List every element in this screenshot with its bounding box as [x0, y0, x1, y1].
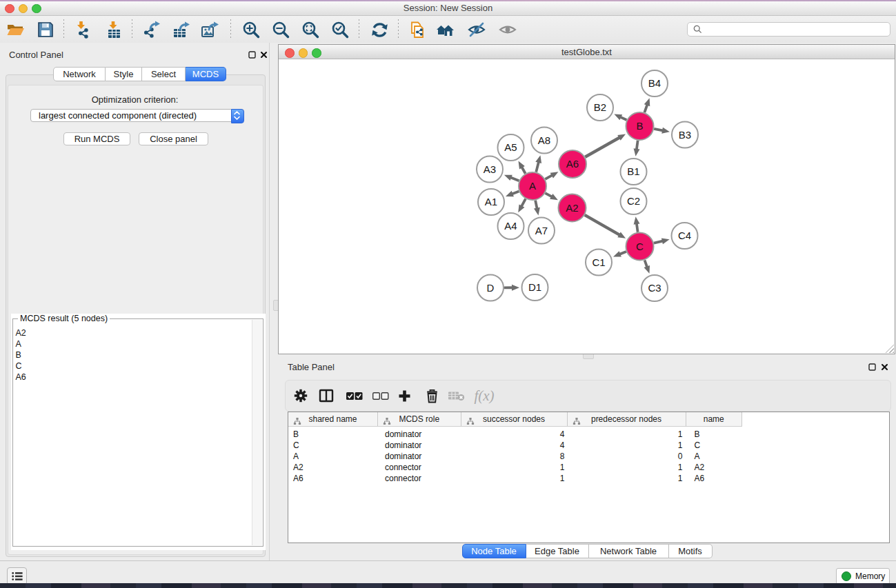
table-cell: B: [686, 429, 743, 440]
zoom-out-button[interactable]: [269, 18, 292, 41]
graph-node-D[interactable]: D: [477, 275, 504, 301]
column-header-shared-name[interactable]: shared name: [288, 412, 378, 426]
table-cell: A2: [686, 462, 743, 473]
zoom-in-button[interactable]: [239, 18, 263, 41]
control-tab-select[interactable]: Select: [142, 67, 186, 81]
toolbar-separator: [230, 19, 231, 40]
export-network-button[interactable]: [139, 18, 163, 41]
graph-node-C4[interactable]: C4: [672, 223, 698, 249]
network-window-titlebar[interactable]: testGlobe.txt: [279, 45, 895, 59]
window-resize-grip[interactable]: [885, 344, 894, 353]
node-label: A2: [566, 202, 578, 214]
table-tab-edge-table[interactable]: Edge Table: [526, 544, 589, 558]
delete-column-button[interactable]: [421, 385, 442, 406]
graph-node-B1[interactable]: B1: [621, 159, 647, 185]
show-all-icon: [498, 21, 517, 39]
graph-node-C2[interactable]: C2: [621, 188, 647, 214]
node-label: C2: [627, 195, 640, 207]
column-header-MCDS-role[interactable]: MCDS role: [378, 412, 461, 426]
hide-selected-button[interactable]: [465, 18, 488, 41]
table-row[interactable]: A2connector11A2: [288, 462, 889, 473]
duplicate-network-button[interactable]: [406, 18, 429, 41]
node-label: B3: [679, 129, 691, 141]
toolbar-separator: [132, 19, 132, 40]
first-neighbors-button[interactable]: [433, 18, 457, 41]
mcds-result-item[interactable]: C: [14, 361, 251, 372]
graph-node-B2[interactable]: B2: [587, 94, 613, 121]
graph-node-C[interactable]: C: [626, 233, 654, 261]
graph-node-C1[interactable]: C1: [586, 250, 612, 276]
network-zoom-button[interactable]: [312, 48, 321, 58]
import-network-button[interactable]: [71, 18, 94, 41]
table-cell: 8: [461, 451, 568, 462]
delete-table-icon: [448, 390, 465, 401]
search-field[interactable]: [687, 22, 890, 37]
graph-node-A4[interactable]: A4: [498, 213, 524, 239]
graph-node-A6[interactable]: A6: [559, 150, 586, 178]
table-close-panel-icon[interactable]: [880, 363, 889, 372]
table-tab-network-table[interactable]: Network Table: [589, 544, 669, 558]
column-header-predecessor-nodes[interactable]: predecessor nodes: [568, 412, 686, 426]
add-column-button[interactable]: [394, 385, 415, 406]
zoom-selected-button[interactable]: [328, 18, 352, 41]
graph-node-B3[interactable]: B3: [672, 122, 698, 148]
import-table-button[interactable]: [102, 18, 126, 41]
table-tab-motifs[interactable]: Motifs: [669, 544, 713, 558]
zoom-fit-button[interactable]: [299, 18, 322, 41]
result-list-scrollbar[interactable]: [252, 320, 262, 546]
node-label: D: [487, 282, 495, 294]
deselect-all-button[interactable]: [370, 385, 390, 406]
criterion-dropdown[interactable]: largest connected component (directed): [30, 109, 244, 122]
graph-node-A2[interactable]: A2: [559, 194, 586, 222]
table-cell: 0: [568, 451, 686, 462]
mcds-result-item[interactable]: A2: [14, 327, 251, 338]
node-table[interactable]: shared name MCDS role successor nodes pr…: [288, 412, 890, 543]
table-row[interactable]: Adominator80A: [288, 451, 889, 462]
control-tab-mcds[interactable]: MCDS: [186, 67, 226, 81]
control-tab-network[interactable]: Network: [53, 67, 106, 81]
graph-node-A3[interactable]: A3: [477, 156, 503, 183]
network-canvas[interactable]: AA6A2BCA1A3A4A5A7A8B1B2B3B4C1C2C3C4DD1: [279, 59, 895, 354]
network-minimize-button[interactable]: [299, 48, 308, 58]
export-image-button[interactable]: [197, 18, 221, 41]
zoom-fit-icon: [301, 21, 319, 39]
show-all-button[interactable]: [496, 18, 519, 41]
export-table-button[interactable]: [169, 18, 192, 41]
graph-node-D1[interactable]: D1: [522, 274, 548, 301]
graph-node-C3[interactable]: C3: [641, 275, 668, 301]
mcds-result-list[interactable]: A2ABCA6: [14, 320, 262, 546]
network-close-button[interactable]: [285, 48, 295, 58]
close-panel-button[interactable]: Close panel: [139, 132, 208, 145]
refresh-button[interactable]: [368, 18, 391, 41]
graph-node-A7[interactable]: A7: [528, 218, 555, 244]
search-input[interactable]: [702, 24, 890, 34]
graph-node-A1[interactable]: A1: [478, 189, 504, 215]
gear-button[interactable]: [290, 385, 311, 406]
table-float-panel-icon[interactable]: [868, 363, 877, 372]
mcds-result-item[interactable]: A6: [14, 372, 251, 383]
column-header-name[interactable]: name: [686, 412, 743, 426]
graph-node-B[interactable]: B: [626, 112, 654, 140]
table-row[interactable]: Bdominator41B: [288, 429, 889, 440]
graph-node-A8[interactable]: A8: [531, 128, 557, 154]
save-session-button[interactable]: [34, 18, 57, 41]
control-tab-style[interactable]: Style: [106, 67, 142, 81]
memory-button[interactable]: Memory: [836, 568, 890, 585]
network-view-window: testGlobe.txt AA6A2BCA1A3A4A5A7A8B1B2B3B…: [278, 44, 895, 354]
mcds-result-item[interactable]: B: [14, 349, 251, 361]
window-titlebar: Session: New Session: [0, 1, 896, 16]
table-row[interactable]: A6connector11A6: [288, 473, 889, 484]
float-panel-icon[interactable]: [248, 50, 257, 59]
table-tab-node-table[interactable]: Node Table: [462, 544, 526, 558]
table-row[interactable]: Cdominator41C: [288, 440, 889, 451]
graph-node-A5[interactable]: A5: [498, 134, 524, 161]
select-all-button[interactable]: [344, 385, 364, 406]
close-panel-icon[interactable]: [259, 50, 268, 59]
run-mcds-button[interactable]: Run MCDS: [63, 132, 130, 145]
graph-node-B4[interactable]: B4: [641, 70, 668, 97]
open-file-button[interactable]: [3, 18, 27, 41]
graph-node-A[interactable]: A: [519, 172, 546, 200]
mcds-result-item[interactable]: A: [14, 338, 251, 349]
column-header-successor-nodes[interactable]: successor nodes: [461, 412, 568, 426]
split-panel-button[interactable]: [316, 385, 337, 406]
